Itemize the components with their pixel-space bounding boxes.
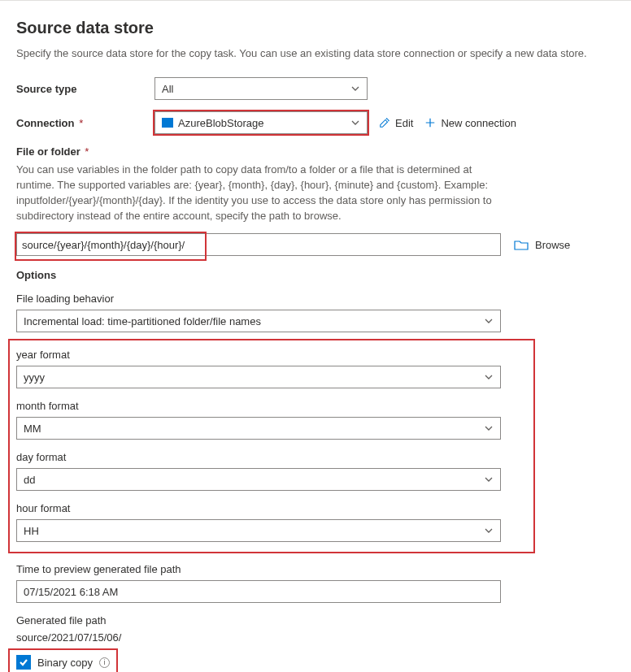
chevron-down-icon <box>484 316 494 326</box>
connection-label-text: Connection <box>16 117 75 129</box>
file-folder-value: source/{year}/{month}/{day}/{hour}/ <box>17 239 500 251</box>
file-folder-help: You can use variables in the folder path… <box>16 163 512 223</box>
connection-select[interactable]: AzureBlobStorage <box>154 111 368 134</box>
month-format-select[interactable]: MM <box>16 417 501 440</box>
folder-icon <box>514 239 529 250</box>
day-format-label: day format <box>16 451 527 463</box>
year-format-value: yyyy <box>24 371 45 384</box>
chevron-down-icon <box>484 372 494 382</box>
day-format-value: dd <box>24 474 35 486</box>
chevron-down-icon <box>484 423 494 433</box>
year-format-select[interactable]: yyyy <box>16 366 501 388</box>
file-folder-label-text: File or folder <box>16 145 81 158</box>
year-format-label: year format <box>16 349 527 361</box>
month-format-label: month format <box>16 400 527 412</box>
connection-value: AzureBlobStorage <box>178 117 264 129</box>
binary-copy-checkbox[interactable] <box>16 655 31 670</box>
edit-icon <box>379 117 390 128</box>
generated-path-label: Generated file path <box>16 614 615 626</box>
info-icon[interactable]: i <box>99 657 110 668</box>
required-mark: * <box>79 117 83 129</box>
new-connection-label: New connection <box>441 117 516 129</box>
page-title: Source data store <box>16 19 615 37</box>
file-loading-select[interactable]: Incremental load: time-partitioned folde… <box>16 310 501 332</box>
page-subtitle: Specify the source data store for the co… <box>16 47 615 59</box>
chevron-down-icon <box>484 475 494 484</box>
check-icon <box>19 657 28 667</box>
preview-time-input[interactable] <box>16 580 501 603</box>
options-heading: Options <box>16 269 615 281</box>
required-mark: * <box>85 145 89 158</box>
plus-icon <box>424 117 436 128</box>
preview-time-label: Time to preview generated file path <box>16 563 615 575</box>
connection-label: Connection * <box>16 117 154 129</box>
binary-copy-label: Binary copy <box>37 657 93 669</box>
file-loading-label: File loading behavior <box>16 293 615 305</box>
chevron-down-icon <box>484 526 494 535</box>
file-loading-value: Incremental load: time-partitioned folde… <box>24 315 261 327</box>
hour-format-label: hour format <box>16 502 527 514</box>
browse-label: Browse <box>535 239 570 251</box>
source-type-value: All <box>162 83 173 95</box>
file-folder-input[interactable]: source/{year}/{month}/{day}/{hour}/ <box>16 233 501 256</box>
day-format-select[interactable]: dd <box>16 468 501 491</box>
chevron-down-icon <box>350 118 360 128</box>
hour-format-value: HH <box>24 525 39 537</box>
new-connection-button[interactable]: New connection <box>424 117 516 129</box>
edit-connection-button[interactable]: Edit <box>379 117 413 129</box>
source-type-label: Source type <box>16 83 154 95</box>
source-type-select[interactable]: All <box>154 77 368 100</box>
month-format-value: MM <box>24 423 41 435</box>
generated-path-value: source/2021/07/15/06/ <box>16 631 615 644</box>
edit-label: Edit <box>395 117 413 129</box>
browse-button[interactable]: Browse <box>514 239 570 251</box>
chevron-down-icon <box>350 84 360 93</box>
file-folder-label: File or folder * <box>16 145 615 158</box>
hour-format-select[interactable]: HH <box>16 519 501 542</box>
azure-blob-icon <box>162 118 173 128</box>
